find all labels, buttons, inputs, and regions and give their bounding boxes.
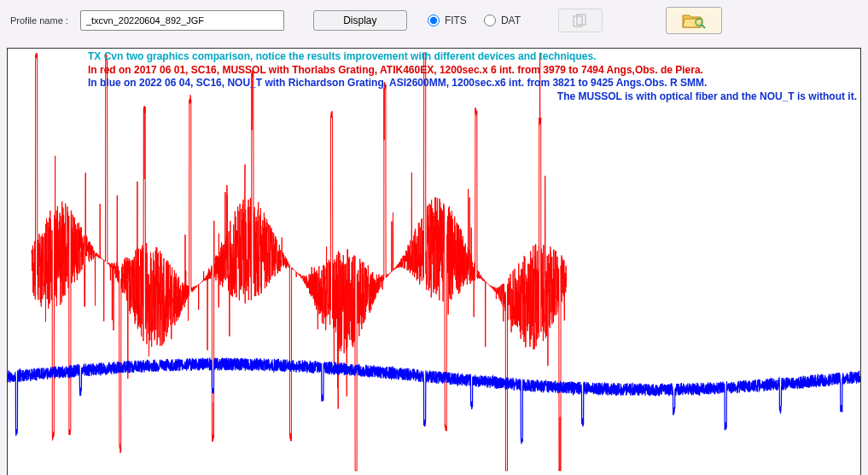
browse-button[interactable] — [666, 7, 722, 34]
series-blue — [8, 358, 860, 444]
copy-button — [558, 9, 603, 32]
annot-blue: In blue on 2022 06 04, SC16, NOU_T with … — [88, 77, 857, 90]
radio-fits-input[interactable] — [428, 14, 440, 26]
format-radio-group: FITS DAT — [428, 14, 521, 26]
series-red — [32, 53, 567, 471]
profile-name-input[interactable] — [80, 10, 284, 31]
svg-line-3 — [702, 25, 705, 28]
copy-icon — [573, 14, 588, 27]
radio-dat-input[interactable] — [484, 14, 496, 26]
radio-dat[interactable]: DAT — [484, 14, 521, 26]
folder-search-icon — [682, 11, 706, 30]
chart-annotation: TX Cvn two graphics comparison, notice t… — [88, 50, 857, 103]
annot-title: TX Cvn two graphics comparison, notice t… — [88, 50, 857, 64]
annot-note: The MUSSOL is with optical fiber and the… — [88, 90, 857, 104]
spectrum-plot — [8, 49, 860, 475]
display-button[interactable]: Display — [313, 10, 407, 31]
radio-fits[interactable]: FITS — [428, 14, 467, 26]
annot-red: In red on 2017 06 01, SC16, MUSSOL with … — [88, 64, 857, 78]
chart-area[interactable]: TX Cvn two graphics comparison, notice t… — [7, 48, 861, 475]
profile-name-label: Profile name : — [10, 15, 68, 26]
toolbar: Profile name : Display FITS DAT — [0, 0, 868, 44]
